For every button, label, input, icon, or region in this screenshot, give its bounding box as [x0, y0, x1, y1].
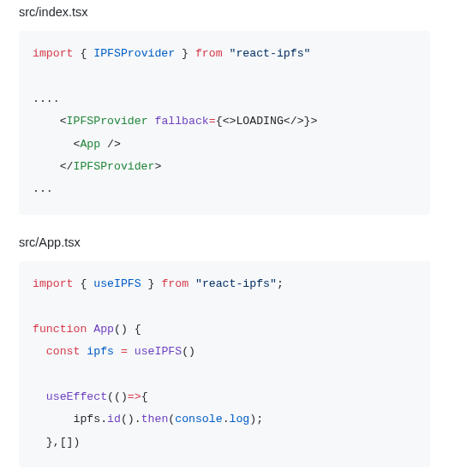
code-token — [33, 160, 60, 173]
code-token: > — [311, 115, 318, 128]
document-body: src/index.tsx import { IPFSProvider } fr… — [0, 5, 449, 467]
code-token: console — [175, 413, 222, 425]
code-token: IPFSProvider — [93, 47, 175, 60]
code-token: fallback — [154, 115, 208, 128]
code-line: function App() { — [33, 318, 416, 341]
code-token: App — [80, 138, 100, 151]
code-token: LOADING — [236, 115, 283, 128]
code-token: = — [209, 115, 216, 128]
code-token — [223, 47, 230, 60]
code-token: import — [33, 277, 73, 290]
code-token: </ — [60, 160, 74, 173]
code-token: () — [182, 345, 195, 358]
code-token — [33, 300, 39, 312]
code-token: ; — [277, 277, 284, 290]
code-token: () { — [114, 323, 141, 336]
code-token: IPFSProvider — [73, 160, 154, 173]
code-token — [33, 138, 73, 151]
code-token: import — [33, 47, 73, 60]
code-line — [33, 363, 416, 385]
code-token: },[]) — [33, 436, 80, 449]
code-line: </IPFSProvider> — [33, 156, 416, 178]
code-token: } — [304, 115, 311, 128]
code-block-app[interactable]: import { useIPFS } from "react-ipfs"; fu… — [19, 261, 430, 467]
code-token: = — [121, 345, 128, 358]
code-line: useEffect(()=>{ — [33, 386, 416, 408]
code-line: ipfs.id().then(console.log); — [33, 408, 416, 431]
code-token: "react-ipfs" — [195, 277, 277, 290]
code-line: <IPFSProvider fallback={<>LOADING</>}> — [33, 110, 416, 133]
code-token — [114, 345, 121, 358]
code-token: </> — [284, 115, 304, 128]
code-token: ipfs. — [33, 413, 107, 425]
code-token: id — [107, 413, 121, 425]
code-token — [33, 390, 46, 403]
code-token: { — [141, 390, 148, 403]
code-token: from — [161, 277, 189, 290]
code-token — [128, 345, 135, 358]
code-token: => — [128, 390, 141, 403]
code-token: then — [141, 413, 169, 425]
code-token: /> — [100, 138, 121, 151]
code-token: <> — [223, 115, 236, 128]
code-token: IPFSProvider — [67, 115, 148, 128]
code-token: .... — [33, 92, 60, 105]
code-token: . — [223, 413, 230, 425]
code-token: ); — [249, 413, 263, 425]
code-line: import { useIPFS } from "react-ipfs"; — [33, 273, 416, 295]
code-token: useIPFS — [135, 345, 182, 358]
code-token: useEffect — [46, 390, 107, 403]
code-token — [33, 367, 39, 380]
code-token: useIPFS — [93, 277, 141, 290]
file-path-label: src/index.tsx — [19, 5, 430, 19]
code-line — [33, 65, 416, 87]
code-token: (). — [121, 413, 141, 425]
code-block-index[interactable]: import { IPFSProvider } from "react-ipfs… — [19, 31, 430, 215]
code-token: { — [216, 115, 223, 128]
code-token: log — [230, 413, 250, 425]
code-token: from — [195, 47, 223, 60]
code-line: <App /> — [33, 134, 416, 156]
code-token: ... — [33, 182, 53, 195]
code-token: "react-ipfs" — [230, 47, 311, 60]
code-line — [33, 295, 416, 318]
code-token — [189, 277, 195, 290]
code-token: (() — [107, 390, 128, 403]
code-token: const — [46, 345, 81, 358]
code-line: import { IPFSProvider } from "react-ipfs… — [33, 43, 416, 65]
code-token — [33, 345, 46, 358]
code-token: function — [33, 323, 87, 336]
code-line: },[]) — [33, 431, 416, 454]
code-line: const ipfs = useIPFS() — [33, 341, 416, 363]
code-token: App — [93, 323, 114, 336]
code-token: ipfs — [87, 345, 114, 358]
code-line: .... — [33, 88, 416, 110]
code-token: < — [60, 115, 67, 128]
code-line: ... — [33, 178, 416, 200]
file-path-label: src/App.tsx — [19, 235, 430, 249]
code-token — [33, 69, 39, 82]
code-token: { — [73, 277, 93, 290]
code-token: } — [141, 277, 162, 290]
code-token — [33, 115, 60, 128]
code-token: > — [154, 160, 161, 173]
code-token: } — [175, 47, 195, 60]
code-token: { — [73, 47, 93, 60]
